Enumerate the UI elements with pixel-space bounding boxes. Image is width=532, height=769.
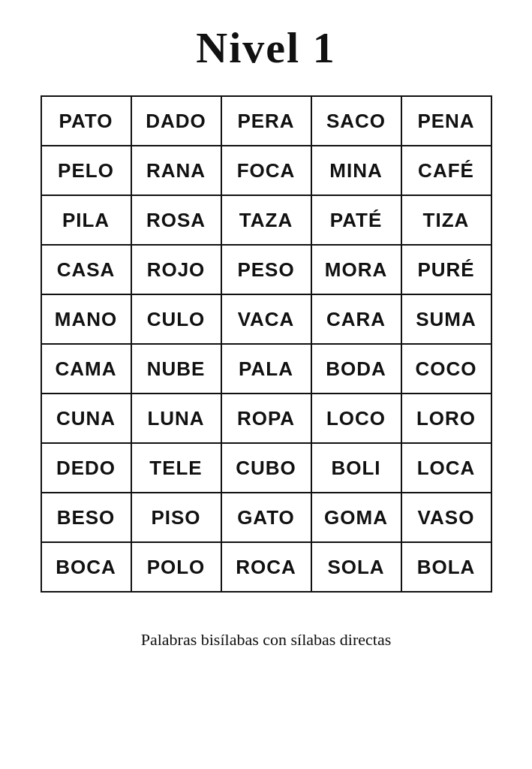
table-cell: BESO [41,493,131,542]
table-cell: BOLA [401,542,491,592]
subtitle: Palabras bisílabas con sílabas directas [141,630,392,650]
page-title: Nivel 1 [196,23,335,73]
table-cell: CULO [131,294,221,344]
table-cell: TELE [131,443,221,493]
table-cell: SOLA [311,542,401,592]
table-cell: CUNA [41,394,131,443]
table-row: BOCAPOLOROCASOLABOLA [41,542,491,592]
table-cell: GATO [221,493,311,542]
table-cell: MORA [311,245,401,294]
table-cell: CUBO [221,443,311,493]
table-row: PILAROSATAZAPATÉTIZA [41,195,491,245]
table-cell: MANO [41,294,131,344]
table-cell: PERA [221,96,311,146]
table-cell: BODA [311,344,401,394]
table-row: CAMANUBEPALABODACOCO [41,344,491,394]
table-cell: CAMA [41,344,131,394]
table-cell: PILA [41,195,131,245]
table-cell: LUNA [131,394,221,443]
table-cell: CASA [41,245,131,294]
table-cell: DEDO [41,443,131,493]
table-cell: ROCA [221,542,311,592]
table-cell: BOCA [41,542,131,592]
table-cell: LORO [401,394,491,443]
table-cell: ROJO [131,245,221,294]
table-row: BESOPISOGATOGOMAVASO [41,493,491,542]
table-cell: GOMA [311,493,401,542]
table-row: CUNALUNAROPALOCOLORO [41,394,491,443]
table-cell: PENA [401,96,491,146]
table-cell: BOLI [311,443,401,493]
table-cell: LOCA [401,443,491,493]
table-cell: PESO [221,245,311,294]
table-cell: PELO [41,146,131,195]
table-cell: COCO [401,344,491,394]
table-row: PELORANAFOCAMINACAFÉ [41,146,491,195]
table-cell: PURÉ [401,245,491,294]
table-cell: PATO [41,96,131,146]
table-cell: ROSA [131,195,221,245]
table-cell: PATÉ [311,195,401,245]
table-cell: POLO [131,542,221,592]
table-cell: CARA [311,294,401,344]
table-cell: VACA [221,294,311,344]
table-cell: SACO [311,96,401,146]
table-cell: TAZA [221,195,311,245]
table-cell: PALA [221,344,311,394]
table-cell: LOCO [311,394,401,443]
word-table: PATODADOPERASACOPENAPELORANAFOCAMINACAFÉ… [41,95,492,593]
table-cell: FOCA [221,146,311,195]
table-cell: CAFÉ [401,146,491,195]
table-row: PATODADOPERASACOPENA [41,96,491,146]
table-cell: NUBE [131,344,221,394]
table-cell: PISO [131,493,221,542]
table-cell: ROPA [221,394,311,443]
table-cell: DADO [131,96,221,146]
table-row: CASAROJOPESOMORAPURÉ [41,245,491,294]
table-cell: SUMA [401,294,491,344]
table-row: DEDOTELECUBOBOLILOCA [41,443,491,493]
table-row: MANOCULOVACACARASUMA [41,294,491,344]
table-cell: VASO [401,493,491,542]
table-cell: TIZA [401,195,491,245]
table-cell: MINA [311,146,401,195]
table-cell: RANA [131,146,221,195]
